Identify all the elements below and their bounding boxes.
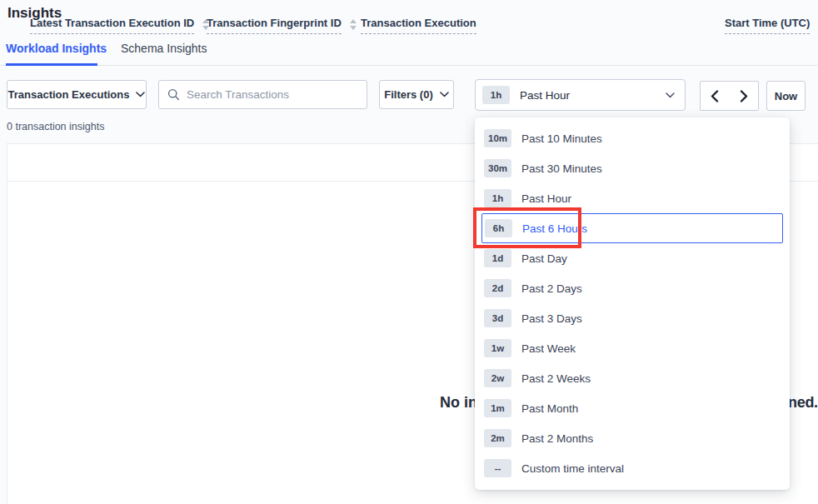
option-label: Past Month <box>521 402 578 415</box>
time-interval-picker[interactable]: 1h Past Hour <box>475 79 686 111</box>
option-label: Past 10 Minutes <box>521 132 602 145</box>
option-badge: 10m <box>484 129 511 147</box>
option-label: Past 3 Days <box>521 312 582 325</box>
time-option-2w[interactable]: 2w Past 2 Weeks <box>475 363 790 393</box>
column-label: Transaction Execution <box>361 17 476 34</box>
chevron-down-icon <box>440 92 449 97</box>
column-label: Transaction Fingerprint ID <box>207 17 342 34</box>
column-header-txn-fingerprint-id[interactable]: Transaction Fingerprint ID <box>207 17 357 34</box>
filters-label: Filters (0) <box>384 88 433 101</box>
time-option-3d[interactable]: 3d Past 3 Days <box>475 303 790 333</box>
option-badge: 3d <box>484 309 511 327</box>
option-badge: 6h <box>485 219 512 237</box>
option-label: Past 2 Days <box>521 282 582 295</box>
time-option-2m[interactable]: 2m Past 2 Months <box>475 423 790 453</box>
option-badge: 2m <box>484 429 511 447</box>
now-label: Now <box>775 90 797 102</box>
empty-state-text-left: No in <box>440 394 477 412</box>
column-header-txn-execution[interactable]: Transaction Execution <box>361 17 476 34</box>
time-interval-dropdown-menu: 10m Past 10 Minutes 30m Past 30 Minutes … <box>475 117 790 490</box>
filters-dropdown[interactable]: Filters (0) <box>379 80 454 109</box>
option-label: Past 6 Hours <box>522 222 587 235</box>
column-label: Latest Transaction Execution ID <box>30 17 194 34</box>
option-badge: -- <box>484 459 511 477</box>
option-label: Past Week <box>521 342 576 355</box>
workload-type-dropdown[interactable]: Transaction Executions <box>7 80 147 109</box>
option-badge: 30m <box>484 159 511 177</box>
time-option-1d[interactable]: 1d Past Day <box>475 243 790 273</box>
results-count: 0 transaction insights <box>7 121 104 132</box>
search-box[interactable] <box>158 80 367 109</box>
chevron-down-icon <box>666 92 675 98</box>
option-badge: 2w <box>484 369 511 387</box>
time-option-1m[interactable]: 1m Past Month <box>475 393 790 423</box>
option-label: Custom time interval <box>521 462 624 475</box>
time-option-6h[interactable]: 6h Past 6 Hours <box>481 213 783 243</box>
option-badge: 1d <box>484 249 511 267</box>
option-badge: 1w <box>484 339 511 357</box>
option-badge: 2d <box>484 279 511 297</box>
active-tab-underline <box>6 63 97 66</box>
time-interval-badge: 1h <box>482 86 510 104</box>
empty-state-text-right: ned. <box>788 394 818 412</box>
tab-schema-insights[interactable]: Schema Insights <box>121 42 207 55</box>
time-option-custom[interactable]: -- Custom time interval <box>475 453 790 483</box>
time-interval-label: Past Hour <box>520 89 656 102</box>
time-option-10m[interactable]: 10m Past 10 Minutes <box>475 123 790 153</box>
tab-workload-insights[interactable]: Workload Insights <box>6 42 107 55</box>
time-now-button[interactable]: Now <box>766 81 806 111</box>
option-label: Past Day <box>521 252 567 265</box>
option-badge: 1h <box>484 189 511 207</box>
chevron-right-icon <box>740 90 748 102</box>
option-label: Past 2 Months <box>521 432 593 445</box>
sort-icon[interactable] <box>350 19 357 30</box>
column-label: Start Time (UTC) <box>725 17 810 34</box>
tab-bar: Workload Insights Schema Insights <box>0 37 818 66</box>
option-label: Past 30 Minutes <box>521 162 602 175</box>
column-header-start-time-utc[interactable]: Start Time (UTC) <box>725 17 810 34</box>
chevron-left-icon <box>711 90 719 102</box>
time-next-button[interactable] <box>729 81 759 111</box>
option-badge: 1m <box>484 399 511 417</box>
search-icon <box>167 88 180 101</box>
time-option-30m[interactable]: 30m Past 30 Minutes <box>475 153 790 183</box>
time-option-1w[interactable]: 1w Past Week <box>475 333 790 363</box>
column-header-latest-txn-exec-id[interactable]: Latest Transaction Execution ID <box>30 17 209 34</box>
time-prev-button[interactable] <box>700 81 730 111</box>
chevron-down-icon <box>136 92 145 97</box>
workload-type-label: Transaction Executions <box>8 88 130 101</box>
time-option-2d[interactable]: 2d Past 2 Days <box>475 273 790 303</box>
search-input[interactable] <box>187 88 358 101</box>
time-option-1h[interactable]: 1h Past Hour <box>475 183 790 213</box>
option-label: Past Hour <box>521 192 571 205</box>
option-label: Past 2 Weeks <box>521 372 591 385</box>
